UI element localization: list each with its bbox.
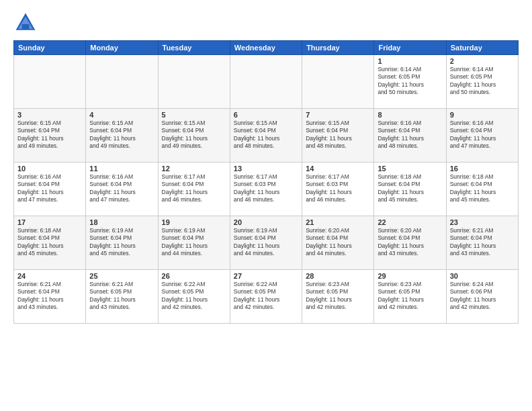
- day-info: Sunrise: 6:18 AM Sunset: 6:04 PM Dayligh…: [378, 173, 442, 204]
- week-row-3: 10Sunrise: 6:16 AM Sunset: 6:04 PM Dayli…: [14, 163, 519, 216]
- calendar-cell: 17Sunrise: 6:18 AM Sunset: 6:04 PM Dayli…: [14, 216, 86, 270]
- weekday-header-row: SundayMondayTuesdayWednesdayThursdayFrid…: [14, 41, 519, 55]
- weekday-tuesday: Tuesday: [158, 41, 230, 55]
- calendar-cell: 19Sunrise: 6:19 AM Sunset: 6:04 PM Dayli…: [158, 216, 230, 270]
- day-info: Sunrise: 6:16 AM Sunset: 6:04 PM Dayligh…: [17, 173, 82, 204]
- calendar-cell: 5Sunrise: 6:15 AM Sunset: 6:04 PM Daylig…: [158, 109, 230, 163]
- calendar-cell: 1Sunrise: 6:14 AM Sunset: 6:05 PM Daylig…: [374, 55, 446, 109]
- day-info: Sunrise: 6:16 AM Sunset: 6:04 PM Dayligh…: [450, 120, 515, 150]
- calendar-cell: 15Sunrise: 6:18 AM Sunset: 6:04 PM Dayli…: [374, 163, 446, 216]
- calendar-cell: 26Sunrise: 6:22 AM Sunset: 6:05 PM Dayli…: [158, 270, 230, 324]
- day-info: Sunrise: 6:19 AM Sunset: 6:04 PM Dayligh…: [162, 227, 226, 258]
- day-info: Sunrise: 6:22 AM Sunset: 6:05 PM Dayligh…: [162, 281, 226, 312]
- day-number: 25: [89, 272, 154, 280]
- weekday-thursday: Thursday: [302, 41, 374, 55]
- calendar-cell: 12Sunrise: 6:17 AM Sunset: 6:04 PM Dayli…: [158, 163, 230, 216]
- day-info: Sunrise: 6:24 AM Sunset: 6:06 PM Dayligh…: [450, 281, 515, 312]
- weekday-monday: Monday: [86, 41, 158, 55]
- day-info: Sunrise: 6:15 AM Sunset: 6:04 PM Dayligh…: [306, 120, 370, 150]
- calendar-cell: 21Sunrise: 6:20 AM Sunset: 6:04 PM Dayli…: [302, 216, 374, 270]
- day-number: 8: [378, 111, 442, 119]
- header: [13, 11, 519, 35]
- day-info: Sunrise: 6:15 AM Sunset: 6:04 PM Dayligh…: [17, 120, 82, 150]
- calendar-cell: 23Sunrise: 6:21 AM Sunset: 6:04 PM Dayli…: [446, 216, 518, 270]
- day-number: 2: [450, 57, 515, 65]
- day-number: 5: [162, 111, 226, 119]
- day-info: Sunrise: 6:22 AM Sunset: 6:05 PM Dayligh…: [234, 281, 298, 312]
- day-info: Sunrise: 6:21 AM Sunset: 6:04 PM Dayligh…: [17, 281, 82, 312]
- day-number: 6: [234, 111, 298, 119]
- day-number: 28: [306, 272, 370, 280]
- calendar-cell: 7Sunrise: 6:15 AM Sunset: 6:04 PM Daylig…: [302, 109, 374, 163]
- day-number: 14: [306, 165, 370, 173]
- day-number: 19: [162, 218, 226, 226]
- day-number: 13: [234, 165, 298, 173]
- calendar-cell: 22Sunrise: 6:20 AM Sunset: 6:04 PM Dayli…: [374, 216, 446, 270]
- calendar-cell: [14, 55, 86, 109]
- day-number: 22: [378, 218, 442, 226]
- calendar-cell: 20Sunrise: 6:19 AM Sunset: 6:04 PM Dayli…: [230, 216, 302, 270]
- day-number: 17: [17, 218, 82, 226]
- calendar-cell: 30Sunrise: 6:24 AM Sunset: 6:06 PM Dayli…: [446, 270, 518, 324]
- calendar-cell: 8Sunrise: 6:16 AM Sunset: 6:04 PM Daylig…: [374, 109, 446, 163]
- day-number: 29: [378, 272, 442, 280]
- day-info: Sunrise: 6:18 AM Sunset: 6:04 PM Dayligh…: [450, 173, 515, 204]
- week-row-2: 3Sunrise: 6:15 AM Sunset: 6:04 PM Daylig…: [14, 109, 519, 163]
- calendar-cell: 18Sunrise: 6:19 AM Sunset: 6:04 PM Dayli…: [86, 216, 158, 270]
- day-info: Sunrise: 6:15 AM Sunset: 6:04 PM Dayligh…: [234, 120, 298, 150]
- day-number: 15: [378, 165, 442, 173]
- day-info: Sunrise: 6:19 AM Sunset: 6:04 PM Dayligh…: [89, 227, 154, 258]
- calendar-cell: 6Sunrise: 6:15 AM Sunset: 6:04 PM Daylig…: [230, 109, 302, 163]
- calendar-cell: 13Sunrise: 6:17 AM Sunset: 6:03 PM Dayli…: [230, 163, 302, 216]
- calendar-cell: [86, 55, 158, 109]
- week-row-4: 17Sunrise: 6:18 AM Sunset: 6:04 PM Dayli…: [14, 216, 519, 270]
- calendar-cell: 14Sunrise: 6:17 AM Sunset: 6:03 PM Dayli…: [302, 163, 374, 216]
- calendar-cell: [302, 55, 374, 109]
- calendar-cell: 27Sunrise: 6:22 AM Sunset: 6:05 PM Dayli…: [230, 270, 302, 324]
- day-number: 24: [17, 272, 82, 280]
- week-row-5: 24Sunrise: 6:21 AM Sunset: 6:04 PM Dayli…: [14, 270, 519, 324]
- day-number: 21: [306, 218, 370, 226]
- logo-icon: [13, 11, 38, 35]
- calendar-cell: 4Sunrise: 6:15 AM Sunset: 6:04 PM Daylig…: [86, 109, 158, 163]
- day-number: 1: [378, 57, 442, 65]
- day-info: Sunrise: 6:18 AM Sunset: 6:04 PM Dayligh…: [17, 227, 82, 258]
- calendar-cell: 24Sunrise: 6:21 AM Sunset: 6:04 PM Dayli…: [14, 270, 86, 324]
- day-number: 27: [234, 272, 298, 280]
- day-number: 12: [162, 165, 226, 173]
- day-info: Sunrise: 6:19 AM Sunset: 6:04 PM Dayligh…: [234, 227, 298, 258]
- calendar-cell: 9Sunrise: 6:16 AM Sunset: 6:04 PM Daylig…: [446, 109, 518, 163]
- svg-rect-2: [22, 24, 30, 29]
- day-info: Sunrise: 6:20 AM Sunset: 6:04 PM Dayligh…: [378, 227, 442, 258]
- logo: [13, 11, 40, 35]
- day-number: 23: [450, 218, 515, 226]
- weekday-saturday: Saturday: [446, 41, 518, 55]
- day-info: Sunrise: 6:14 AM Sunset: 6:05 PM Dayligh…: [378, 66, 442, 97]
- calendar-cell: 16Sunrise: 6:18 AM Sunset: 6:04 PM Dayli…: [446, 163, 518, 216]
- calendar-cell: 29Sunrise: 6:23 AM Sunset: 6:05 PM Dayli…: [374, 270, 446, 324]
- day-info: Sunrise: 6:21 AM Sunset: 6:05 PM Dayligh…: [89, 281, 154, 312]
- calendar-table: SundayMondayTuesdayWednesdayThursdayFrid…: [13, 40, 519, 324]
- week-row-1: 1Sunrise: 6:14 AM Sunset: 6:05 PM Daylig…: [14, 55, 519, 109]
- weekday-sunday: Sunday: [14, 41, 86, 55]
- day-number: 18: [89, 218, 154, 226]
- day-info: Sunrise: 6:15 AM Sunset: 6:04 PM Dayligh…: [89, 120, 154, 150]
- day-info: Sunrise: 6:21 AM Sunset: 6:04 PM Dayligh…: [450, 227, 515, 258]
- day-info: Sunrise: 6:16 AM Sunset: 6:04 PM Dayligh…: [378, 120, 442, 150]
- day-number: 10: [17, 165, 82, 173]
- day-number: 16: [450, 165, 515, 173]
- calendar-cell: 3Sunrise: 6:15 AM Sunset: 6:04 PM Daylig…: [14, 109, 86, 163]
- day-number: 26: [162, 272, 226, 280]
- day-info: Sunrise: 6:20 AM Sunset: 6:04 PM Dayligh…: [306, 227, 370, 258]
- day-info: Sunrise: 6:23 AM Sunset: 6:05 PM Dayligh…: [306, 281, 370, 312]
- day-number: 4: [89, 111, 154, 119]
- calendar-cell: [230, 55, 302, 109]
- day-number: 20: [234, 218, 298, 226]
- day-info: Sunrise: 6:23 AM Sunset: 6:05 PM Dayligh…: [378, 281, 442, 312]
- day-number: 3: [17, 111, 82, 119]
- day-number: 9: [450, 111, 515, 119]
- day-info: Sunrise: 6:15 AM Sunset: 6:04 PM Dayligh…: [162, 120, 226, 150]
- day-number: 11: [89, 165, 154, 173]
- weekday-friday: Friday: [374, 41, 446, 55]
- page: SundayMondayTuesdayWednesdayThursdayFrid…: [0, 0, 532, 411]
